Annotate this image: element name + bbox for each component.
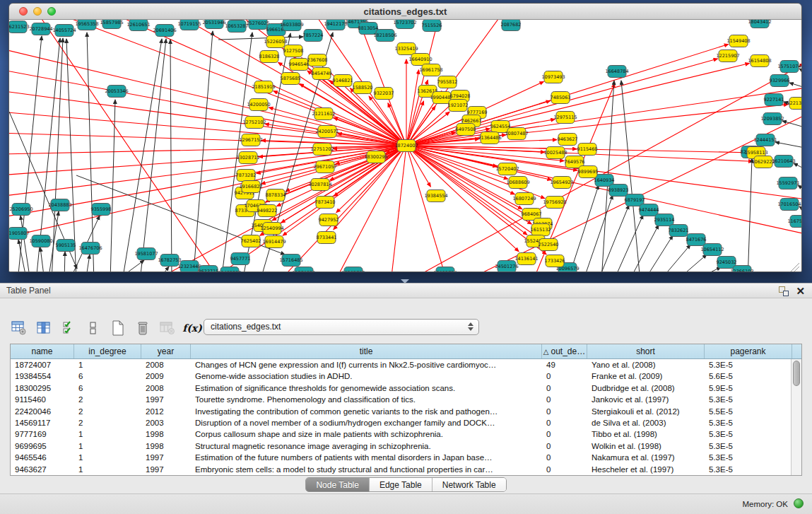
graph-node[interactable]: 16476706 bbox=[78, 243, 102, 255]
table-cell[interactable]: Corpus callosum shape and size in male p… bbox=[191, 428, 542, 440]
table-cell[interactable]: 6 bbox=[74, 370, 141, 382]
table-cell[interactable]: 5.3E-5 bbox=[705, 417, 792, 428]
graph-node[interactable]: 16033809 bbox=[280, 20, 303, 31]
graph-node[interactable]: 9329966 bbox=[770, 75, 790, 87]
table-row[interactable]: 1938455462009Genome-wide association stu… bbox=[11, 370, 801, 382]
table-cell[interactable]: 1998 bbox=[141, 428, 191, 440]
table-cell[interactable]: Structural magnetic resonance image aver… bbox=[191, 440, 542, 452]
graph-node[interactable]: 9355998 bbox=[91, 204, 112, 216]
table-cell[interactable]: Disruption of a novel member of a sodium… bbox=[191, 417, 542, 428]
table-cell[interactable]: 2003 bbox=[141, 417, 191, 428]
table-cell[interactable]: 9115460 bbox=[11, 394, 74, 405]
memory-status-indicator[interactable] bbox=[794, 498, 804, 508]
graph-node[interactable]: 15720407 bbox=[495, 163, 519, 175]
graph-node[interactable]: 16210643 bbox=[772, 156, 795, 168]
graph-node[interactable]: 1921072 bbox=[448, 100, 469, 112]
graph-node[interactable]: 25206950 bbox=[9, 204, 33, 216]
table-cell[interactable]: Estimation of the future numbers of pati… bbox=[191, 452, 542, 463]
table-cell[interactable]: Stergiakouli et al. (2012) bbox=[587, 406, 705, 417]
table-row[interactable]: 946362711997Embryonic stem cells: a mode… bbox=[11, 464, 801, 475]
graph-node[interactable]: 20053346 bbox=[105, 86, 128, 98]
graph-node[interactable]: 14136141 bbox=[514, 253, 538, 265]
table-cell[interactable]: Yano et al. (2008) bbox=[587, 359, 705, 370]
tab-network-table[interactable]: Network Table bbox=[433, 478, 506, 491]
graph-node[interactable]: 6497508 bbox=[456, 124, 476, 136]
graph-node[interactable]: 20531946 bbox=[202, 20, 225, 29]
table-cell[interactable]: 2 bbox=[74, 417, 141, 428]
graph-node[interactable]: 7955812 bbox=[437, 76, 458, 88]
table-cell[interactable]: 19384554 bbox=[11, 370, 74, 382]
graph-node[interactable]: 21851919 bbox=[252, 81, 275, 93]
table-cell[interactable]: 0 bbox=[542, 440, 587, 452]
graph-node[interactable]: 12215907 bbox=[716, 50, 739, 62]
graph-node[interactable]: 19756928 bbox=[543, 197, 566, 209]
tab-edge-table[interactable]: Edge Table bbox=[370, 478, 433, 491]
table-cell[interactable]: 1997 bbox=[141, 394, 191, 405]
table-cell[interactable]: Estimation of significance thresholds fo… bbox=[191, 382, 542, 394]
table-cell[interactable]: Embryonic stem cells: a model to study s… bbox=[191, 464, 542, 475]
graph-node[interactable]: 12975115 bbox=[553, 112, 577, 124]
table-row[interactable]: 1872400712008Changes of HCN gene express… bbox=[11, 359, 801, 370]
graph-node[interactable]: 12444151 bbox=[753, 134, 777, 146]
graph-node[interactable]: 16807249 bbox=[512, 193, 536, 205]
table-mode-icon[interactable] bbox=[11, 320, 27, 337]
graph-node[interactable]: 19565358 bbox=[75, 20, 98, 30]
graph-node[interactable]: 2367608 bbox=[307, 54, 328, 66]
header-cell-name[interactable]: name bbox=[11, 344, 74, 358]
graph-node[interactable]: 12610651 bbox=[126, 20, 150, 31]
table-row[interactable]: 1456911722003Disruption of a novel membe… bbox=[11, 417, 801, 428]
header-cell-title[interactable]: title bbox=[191, 344, 542, 358]
graph-node[interactable]: 1588520 bbox=[353, 82, 373, 94]
table-cell[interactable]: 1997 bbox=[141, 452, 191, 463]
scrollbar-thumb[interactable] bbox=[793, 361, 800, 386]
graph-node[interactable]: 12752102 bbox=[242, 117, 266, 129]
graph-node[interactable]: 15857985 bbox=[100, 20, 123, 29]
graph-node[interactable]: 10654112 bbox=[700, 244, 724, 256]
graph-node[interactable]: 29671057 bbox=[313, 161, 336, 173]
header-cell-outde[interactable]: △out_de… bbox=[542, 344, 587, 358]
graph-node[interactable]: 2522540 bbox=[539, 239, 559, 251]
function-builder-icon[interactable]: f(x) bbox=[184, 320, 200, 337]
graph-node[interactable]: 15226058 bbox=[264, 36, 287, 48]
vertical-scrollbar[interactable] bbox=[791, 359, 801, 475]
graph-node[interactable]: 12751202 bbox=[310, 144, 334, 156]
graph-node[interactable]: 1733426 bbox=[545, 255, 565, 267]
graph-node[interactable]: 15723702 bbox=[393, 20, 416, 29]
table-cell[interactable]: 1997 bbox=[141, 464, 191, 475]
graph-node[interactable]: 20691406 bbox=[153, 25, 176, 37]
graph-node[interactable]: 19166822 bbox=[239, 181, 262, 193]
table-cell[interactable]: 5.3E-5 bbox=[705, 440, 792, 452]
graph-node[interactable]: 9457771 bbox=[230, 253, 251, 265]
graph-node[interactable]: 11905807 bbox=[9, 228, 30, 240]
table-cell[interactable]: 0 bbox=[542, 406, 587, 417]
table-cell[interactable]: 6 bbox=[74, 382, 141, 394]
graph-node[interactable]: 1615132 bbox=[531, 224, 551, 236]
table-cell[interactable]: 5.6E-5 bbox=[705, 370, 792, 382]
table-cell[interactable]: 0 bbox=[542, 394, 587, 405]
graph-node[interactable]: 30287814 bbox=[308, 179, 331, 191]
graph-node[interactable]: 21364486 bbox=[478, 132, 501, 144]
graph-node[interactable]: 9946546 bbox=[289, 59, 310, 71]
table-row[interactable]: 911546021997Tourette syndrome. Phenomeno… bbox=[11, 394, 801, 405]
graph-node[interactable]: 18043412 bbox=[748, 20, 771, 28]
table-cell[interactable]: 2008 bbox=[141, 359, 191, 370]
window-resize-grip[interactable] bbox=[791, 263, 799, 271]
table-cell[interactable]: Tourette syndrome. Phenomenology and cla… bbox=[191, 394, 542, 405]
graph-node[interactable]: 14055724 bbox=[52, 25, 76, 37]
graph-node[interactable]: 15716485 bbox=[279, 255, 302, 267]
table-cell[interactable]: 0 bbox=[542, 452, 587, 463]
graph-node[interactable]: 16231523 bbox=[9, 21, 30, 33]
table-cell[interactable]: 5.9E-5 bbox=[705, 382, 792, 394]
network-view-canvas[interactable]: 1623152320728944140557241956535815857985… bbox=[9, 20, 801, 272]
show-columns-icon[interactable] bbox=[36, 320, 52, 337]
graph-node[interactable]: 20728944 bbox=[29, 23, 52, 35]
table-cell[interactable]: 5.3E-5 bbox=[705, 452, 792, 463]
graph-node[interactable]: 9427952 bbox=[319, 214, 339, 226]
graph-node[interactable]: 12093852 bbox=[760, 113, 784, 125]
graph-node[interactable]: 8733441 bbox=[317, 232, 337, 244]
table-cell[interactable]: Dudbridge et al. (2008) bbox=[587, 382, 705, 394]
graph-node[interactable]: 7515526 bbox=[422, 20, 442, 32]
table-cell[interactable]: 0 bbox=[542, 382, 587, 394]
graph-node[interactable]: 9463627 bbox=[558, 134, 578, 146]
graph-node[interactable]: 18985734 bbox=[433, 267, 457, 273]
